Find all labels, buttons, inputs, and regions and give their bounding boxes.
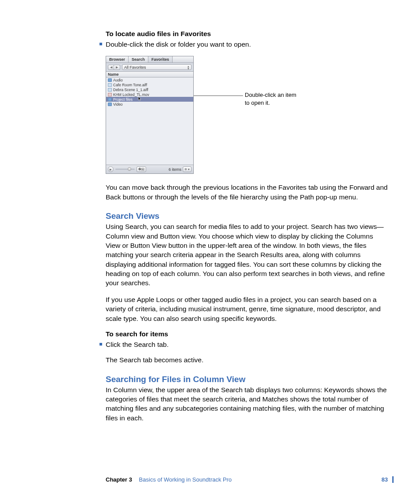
file-label: Debra Scene 1_1.aiff (113, 88, 148, 92)
file-label: Audio (113, 78, 123, 82)
tab-favorites[interactable]: Favorites (148, 56, 173, 63)
bullet-icon (99, 43, 102, 45)
bullet-item: Click the Search tab. (99, 340, 389, 349)
file-label: Video (113, 102, 123, 107)
paragraph: The Search tab becomes active. (106, 355, 389, 364)
toolbar: ◀ ▶ All Favorites ▴▾ (106, 63, 193, 72)
volume-slider[interactable] (115, 169, 135, 170)
column-header-name[interactable]: Name (106, 72, 193, 77)
section-heading-column-view: Searching for Files in Column View (106, 375, 389, 384)
audio-file-icon (108, 88, 112, 92)
list-item-selected[interactable]: Project files (106, 97, 193, 102)
play-button[interactable]: ▶ (108, 166, 114, 172)
bullet-item: Double-click the disk or folder you want… (99, 40, 389, 49)
bullet-text: Click the Search tab. (106, 340, 169, 349)
list-item[interactable]: KHM Locked_TL.mov (106, 92, 193, 97)
path-popup[interactable]: All Favorites ▴▾ (122, 64, 192, 70)
action-menu-button[interactable]: ✲ ▾ (183, 166, 192, 172)
folder-icon (108, 78, 112, 82)
list-item[interactable]: Video (106, 102, 193, 107)
list-item[interactable]: Debra Scene 1_1.aiff (106, 87, 193, 92)
audio-file-icon (108, 83, 112, 87)
popup-arrows-icon: ▴▾ (188, 65, 189, 70)
back-button[interactable]: ◀ (108, 65, 114, 70)
item-count: 6 items (169, 167, 181, 172)
footer-bar-icon (392, 476, 394, 483)
page-footer: Chapter 3 Basics of Working in Soundtrac… (106, 476, 394, 483)
folder-icon (108, 103, 112, 106)
cursor-icon (138, 96, 142, 102)
file-label: Project files (113, 97, 133, 102)
tabs-row: Browser Search Favorites (106, 56, 193, 63)
callout-text: Double-click an item to open it. (245, 91, 296, 107)
bullet-text: Double-click the disk or folder you want… (106, 40, 251, 49)
forward-button[interactable]: ▶ (114, 65, 120, 70)
paragraph: Using Search, you can search for media f… (106, 222, 389, 288)
file-list: Audio Cafe Room Tone.aiff Debra Scene 1_… (106, 77, 193, 165)
paragraph: You can move back through the previous l… (106, 183, 389, 202)
footer-title: Basics of Working in Soundtrack Pro (139, 476, 232, 483)
page-number: 83 (382, 476, 388, 483)
loop-button[interactable]: �園 (136, 166, 146, 172)
folder-icon (108, 98, 112, 101)
paragraph: If you use Apple Loops or other tagged a… (106, 295, 389, 323)
list-item[interactable]: Cafe Room Tone.aiff (106, 82, 193, 87)
list-item[interactable]: Audio (106, 77, 193, 82)
favorites-panel: Browser Search Favorites ◀ ▶ All Favorit… (106, 56, 194, 174)
bullet-icon (99, 343, 102, 346)
section-heading-search-views: Search Views (106, 211, 389, 221)
paragraph: In Column view, the upper area of the Se… (106, 385, 389, 423)
footer-chapter: Chapter 3 (106, 476, 132, 483)
video-file-icon (108, 93, 112, 96)
tab-browser[interactable]: Browser (106, 56, 129, 63)
file-label: KHM Locked_TL.mov (113, 92, 149, 97)
tab-search[interactable]: Search (129, 56, 148, 63)
path-label: All Favorites (124, 65, 146, 70)
procedure-heading: To search for items (106, 330, 389, 338)
procedure-heading: To locate audio files in Favorites (106, 30, 389, 38)
file-label: Cafe Room Tone.aiff (113, 83, 147, 87)
bottom-bar: ▶ �園 6 items ✲ ▾ (106, 165, 193, 173)
callout-line (194, 96, 243, 96)
